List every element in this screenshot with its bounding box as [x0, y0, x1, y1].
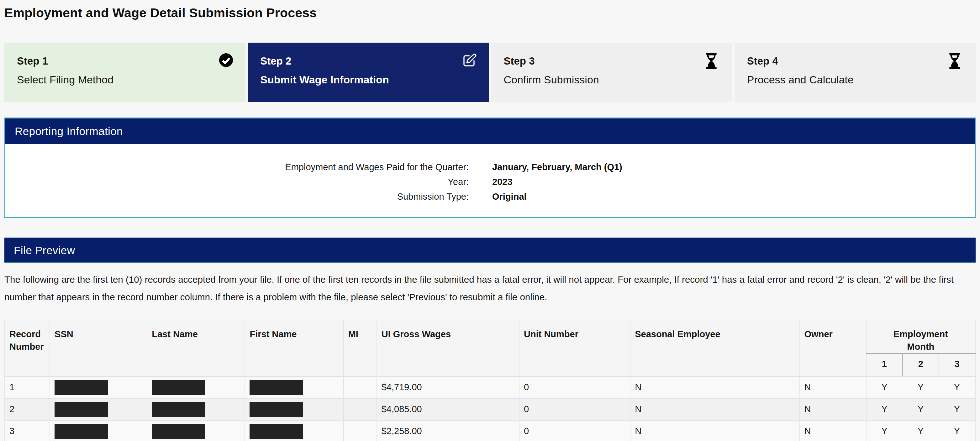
step-3-tile: Step 3 Confirm Submission — [491, 43, 732, 102]
redacted-ssn — [54, 402, 108, 417]
file-preview-section: File Preview The following are the first… — [5, 237, 975, 441]
col-header-month-3: 3 — [939, 353, 975, 376]
first-name-cell — [245, 398, 343, 420]
ui-gross-wages-cell: $2,258.00 — [377, 420, 519, 441]
month-3-cell: Y — [939, 376, 975, 398]
table-row: 1 $4,719.00 0 N N Y Y Y — [5, 376, 975, 398]
step-label: Step 2 — [260, 54, 476, 68]
reporting-information-body: Employment and Wages Paid for the Quarte… — [5, 144, 975, 217]
step-name: Confirm Submission — [504, 73, 720, 86]
reporting-information-header: Reporting Information — [5, 118, 975, 144]
year-label: Year: — [5, 175, 469, 189]
hourglass-icon — [705, 53, 721, 68]
redacted-first-name — [250, 424, 303, 439]
redacted-ssn — [54, 380, 108, 395]
redacted-first-name — [250, 402, 303, 417]
record-number-cell: 2 — [5, 398, 50, 420]
reporting-row-quarter: Employment and Wages Paid for the Quarte… — [5, 160, 975, 175]
table-header-row: Record Number SSN Last Name First Name M… — [5, 320, 975, 353]
month-1-cell: Y — [866, 376, 902, 398]
last-name-cell — [147, 376, 245, 398]
reporting-row-year: Year: 2023 — [5, 175, 975, 189]
step-name: Submit Wage Information — [260, 73, 476, 86]
hourglass-icon — [949, 53, 964, 68]
first-name-cell — [245, 420, 343, 441]
seasonal-employee-cell: N — [630, 376, 799, 398]
last-name-cell — [147, 420, 245, 441]
step-label: Step 4 — [747, 54, 963, 68]
redacted-ssn — [54, 424, 108, 439]
first-name-cell — [245, 376, 343, 398]
col-header-employment-month: Employment Month — [866, 320, 975, 353]
quarter-value: January, February, March (Q1) — [492, 160, 975, 175]
redacted-first-name — [250, 380, 303, 395]
month-1-cell: Y — [866, 398, 902, 420]
col-header-seasonal-employee: Seasonal Employee — [630, 320, 799, 376]
ssn-cell — [50, 398, 147, 420]
month-1-cell: Y — [866, 420, 902, 441]
step-name: Select Filing Method — [17, 73, 233, 86]
col-header-mi: MI — [344, 320, 377, 376]
last-name-cell — [147, 398, 245, 420]
edit-icon — [462, 53, 477, 68]
page-title: Employment and Wage Detail Submission Pr… — [5, 5, 975, 21]
submission-type-label: Submission Type: — [5, 189, 469, 204]
step-2-tile: Step 2 Submit Wage Information — [248, 43, 489, 102]
col-header-unit-number: Unit Number — [519, 320, 630, 376]
col-header-first-name: First Name — [245, 320, 343, 376]
quarter-label: Employment and Wages Paid for the Quarte… — [5, 160, 469, 175]
year-value: 2023 — [492, 175, 975, 189]
col-header-month-1: 1 — [866, 353, 902, 376]
col-header-ssn: SSN — [50, 320, 147, 376]
record-number-cell: 1 — [5, 376, 50, 398]
step-label: Step 1 — [17, 54, 233, 68]
month-3-cell: Y — [939, 420, 975, 441]
step-4-tile: Step 4 Process and Calculate — [735, 43, 975, 102]
employment-month-group-label: Employment Month — [886, 328, 955, 353]
step-progress-bar: Step 1 Select Filing Method Step 2 Submi… — [5, 43, 975, 102]
employment-wage-submission-page: Employment and Wage Detail Submission Pr… — [0, 5, 980, 441]
col-header-record-number: Record Number — [5, 320, 50, 376]
unit-number-cell: 0 — [519, 376, 630, 398]
check-circle-icon — [218, 53, 234, 68]
month-2-cell: Y — [902, 376, 939, 398]
table-row: 2 $4,085.00 0 N N Y Y Y — [5, 398, 975, 420]
unit-number-cell: 0 — [519, 398, 630, 420]
ui-gross-wages-cell: $4,085.00 — [377, 398, 519, 420]
col-header-ui-gross-wages: UI Gross Wages — [377, 320, 519, 376]
month-2-cell: Y — [902, 398, 939, 420]
ssn-cell — [50, 376, 147, 398]
owner-cell: N — [800, 398, 866, 420]
owner-cell: N — [800, 376, 866, 398]
reporting-information-panel: Reporting Information Employment and Wag… — [5, 118, 975, 218]
month-2-cell: Y — [902, 420, 939, 441]
seasonal-employee-cell: N — [630, 420, 799, 441]
record-number-cell: 3 — [5, 420, 50, 441]
ssn-cell — [50, 420, 147, 441]
month-3-cell: Y — [939, 398, 975, 420]
file-preview-description: The following are the first ten (10) rec… — [5, 271, 975, 306]
mi-cell — [344, 376, 377, 398]
col-header-owner: Owner — [800, 320, 866, 376]
mi-cell — [344, 420, 377, 441]
reporting-row-submission-type: Submission Type: Original — [5, 189, 975, 204]
file-preview-header: File Preview — [5, 237, 975, 263]
step-label: Step 3 — [504, 54, 720, 68]
seasonal-employee-cell: N — [630, 398, 799, 420]
submission-type-value: Original — [492, 189, 975, 204]
mi-cell — [344, 398, 377, 420]
redacted-last-name — [152, 402, 205, 417]
col-header-last-name: Last Name — [147, 320, 245, 376]
step-1-tile: Step 1 Select Filing Method — [5, 43, 245, 102]
redacted-last-name — [152, 380, 205, 395]
table-row: 3 $2,258.00 0 N N Y Y Y — [5, 420, 975, 441]
file-preview-table: Record Number SSN Last Name First Name M… — [5, 320, 975, 441]
col-header-month-2: 2 — [902, 353, 939, 376]
redacted-last-name — [152, 424, 205, 439]
ui-gross-wages-cell: $4,719.00 — [377, 376, 519, 398]
unit-number-cell: 0 — [519, 420, 630, 441]
owner-cell: N — [800, 420, 866, 441]
step-name: Process and Calculate — [747, 73, 963, 86]
